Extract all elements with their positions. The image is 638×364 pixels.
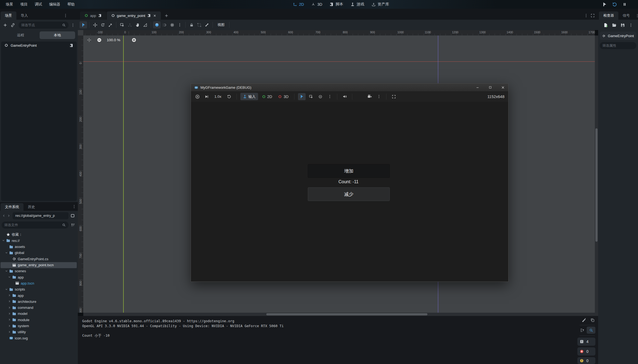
filesystem-menu-icon[interactable] xyxy=(72,205,76,209)
fs-item-app.tscn[interactable]: app.tscn xyxy=(1,280,77,286)
menu-3[interactable]: 编辑器 xyxy=(46,2,63,7)
grid-snap-button[interactable] xyxy=(161,21,168,28)
search-output-button[interactable] xyxy=(587,327,595,334)
workspace-资产库[interactable]: 资产库 xyxy=(371,2,389,7)
messages-badge[interactable]: 4 xyxy=(577,338,595,346)
snap-options-menu-icon[interactable] xyxy=(176,21,184,28)
workspace-2d[interactable]: 2D xyxy=(293,2,304,7)
chevron-right-icon[interactable] xyxy=(8,312,11,316)
view-menu-button[interactable]: 视图 xyxy=(215,22,227,27)
nav-forward-icon[interactable] xyxy=(7,214,11,218)
filter-files-input[interactable]: 筛选文件 xyxy=(2,221,69,229)
fs-item-gameentrypoint.cs[interactable]: GameEntryPoint.cs xyxy=(1,256,77,262)
pause-game-icon[interactable] xyxy=(622,2,627,7)
tab-history[interactable]: 历史 xyxy=(23,203,39,211)
ruler-tool-button[interactable] xyxy=(141,21,149,28)
fs-item-model[interactable]: model xyxy=(1,311,77,317)
suspend-game-button[interactable] xyxy=(194,93,201,100)
pivot-tool-button[interactable] xyxy=(126,21,134,28)
tab-inspector[interactable]: 检查器 xyxy=(599,11,618,20)
h-scrollbar-thumb[interactable] xyxy=(266,313,427,315)
new-scene-tab-icon[interactable] xyxy=(164,13,169,18)
chevron-right-icon[interactable] xyxy=(8,300,11,303)
next-frame-button[interactable] xyxy=(203,93,211,100)
local-button[interactable]: 本地 xyxy=(40,31,75,39)
chevron-down-icon[interactable] xyxy=(8,275,11,279)
menu-2[interactable]: 调试 xyxy=(32,2,45,7)
game-window-titlebar[interactable]: MyGFrameworkGame (DEBUG) xyxy=(191,84,508,91)
scene-dock-menu-icon[interactable] xyxy=(63,13,68,18)
fs-item-res[interactable]: res:// xyxy=(1,238,77,244)
camera-override-menu-icon[interactable] xyxy=(375,93,383,100)
add-node-icon[interactable] xyxy=(3,23,8,28)
warnings-badge[interactable]: 0 xyxy=(577,357,595,364)
remote-button[interactable]: 远程 xyxy=(3,31,39,39)
chevron-down-icon[interactable] xyxy=(5,288,8,291)
new-resource-icon[interactable] xyxy=(603,23,608,28)
instance-scene-icon[interactable] xyxy=(10,23,15,28)
script-icon[interactable] xyxy=(147,14,151,17)
group-node-button[interactable] xyxy=(195,21,203,28)
v-scrollbar[interactable] xyxy=(595,35,598,316)
script-icon[interactable] xyxy=(69,43,73,48)
fs-item-assets[interactable]: assets xyxy=(1,244,77,250)
v-scrollbar-thumb[interactable] xyxy=(595,128,598,242)
errors-badge[interactable]: 0 xyxy=(577,347,595,356)
game-window[interactable]: MyGFrameworkGame (DEBUG) 1.0x 输入 2D 3D xyxy=(191,83,509,282)
game-list-select-button[interactable] xyxy=(307,93,315,100)
mute-audio-button[interactable] xyxy=(341,93,348,100)
clear-output-icon[interactable] xyxy=(582,318,586,322)
decrease-button[interactable]: 减少 xyxy=(308,187,390,201)
workspace-游戏[interactable]: 游戏 xyxy=(350,2,364,7)
camera-3d-toggle[interactable]: 3D xyxy=(276,94,291,99)
restart-game-icon[interactable] xyxy=(612,2,617,7)
menu-0[interactable]: 场景 xyxy=(3,2,16,7)
fs-item-utility[interactable]: utility xyxy=(1,329,77,335)
chevron-right-icon[interactable] xyxy=(8,324,11,328)
skeleton-options-button[interactable] xyxy=(203,21,211,28)
chevron-right-icon[interactable] xyxy=(8,306,11,310)
fs-item-scripts[interactable]: scripts xyxy=(1,286,77,292)
game-select-tool-button[interactable] xyxy=(298,93,306,100)
game-select-menu-icon[interactable] xyxy=(326,93,333,100)
copy-output-icon[interactable] xyxy=(590,318,595,322)
scene-tree-node-root[interactable]: GameEntryPoint xyxy=(1,42,77,49)
reset-speed-button[interactable] xyxy=(225,93,233,100)
fs-item-scenes[interactable]: scenes xyxy=(1,268,77,274)
tab-scene-dock[interactable]: 场景 xyxy=(1,11,16,20)
workspace-脚本[interactable]: 脚本 xyxy=(329,2,343,7)
tab-import-dock[interactable]: 导入 xyxy=(16,11,32,20)
chevron-down-icon[interactable] xyxy=(2,239,5,242)
filter-nodes-input[interactable]: 筛选节点 xyxy=(19,22,69,29)
fs-item-global[interactable]: global xyxy=(1,250,77,256)
split-mode-icon[interactable] xyxy=(70,214,75,218)
center-view-icon[interactable] xyxy=(87,37,92,43)
path-field[interactable]: res://global/game_entry_p xyxy=(13,212,69,219)
lock-node-button[interactable] xyxy=(188,21,195,28)
chevron-right-icon[interactable] xyxy=(8,330,11,334)
time-scale[interactable]: 1.0x xyxy=(212,94,224,99)
smart-snap-button[interactable] xyxy=(153,21,161,28)
scene-tree-menu-icon[interactable] xyxy=(71,23,75,27)
zoom-in-icon[interactable] xyxy=(131,37,137,43)
embed-fullscreen-button[interactable] xyxy=(390,93,398,100)
collapse-duplicates-icon[interactable] xyxy=(580,328,584,333)
input-mode-toggle[interactable]: 输入 xyxy=(240,93,258,100)
chevron-down-icon[interactable] xyxy=(5,251,8,255)
sort-files-icon[interactable] xyxy=(71,223,75,227)
h-scrollbar[interactable] xyxy=(83,313,595,316)
menu-4[interactable]: 帮助 xyxy=(64,2,78,7)
grid-toggle-button[interactable] xyxy=(168,21,176,28)
scene-tab-app[interactable]: app xyxy=(80,11,106,20)
select-tool-button[interactable] xyxy=(79,21,87,28)
zoom-out-icon[interactable] xyxy=(97,37,102,43)
scene-tabs-menu-icon[interactable] xyxy=(584,13,588,18)
chevron-right-icon[interactable] xyxy=(8,318,11,322)
save-resource-icon[interactable] xyxy=(620,23,625,28)
move-tool-button[interactable] xyxy=(91,21,99,28)
camera-override-button[interactable] xyxy=(366,93,373,100)
fs-item-system[interactable]: system xyxy=(1,323,77,329)
inspector-menu-icon[interactable] xyxy=(629,23,633,27)
fs-item-game-entry-point.tscn[interactable]: game_entry_point.tscn xyxy=(1,262,77,268)
pan-tool-button[interactable] xyxy=(134,21,141,28)
